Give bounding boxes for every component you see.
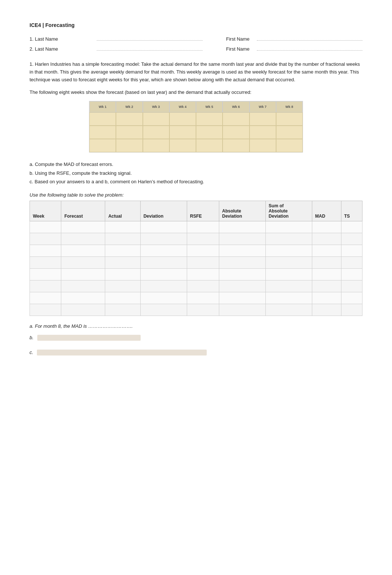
name-row-1: 1. Last Name First Name — [30, 35, 362, 42]
cell-mad-2[interactable] — [312, 233, 341, 245]
cell-week-2[interactable] — [30, 233, 61, 245]
cell-week-3[interactable] — [30, 245, 61, 256]
name-row-2: 2. Last Name First Name — [30, 45, 362, 52]
cell-deviation-7[interactable] — [140, 292, 187, 304]
col-ts: TS — [341, 201, 362, 221]
cell-abs-dev-2[interactable] — [219, 233, 265, 245]
cell-abs-dev-8[interactable] — [219, 304, 265, 316]
cell-deviation-8[interactable] — [140, 304, 187, 316]
cell-actual-1[interactable] — [105, 221, 140, 233]
cell-sum-abs-dev-8[interactable] — [265, 304, 312, 316]
cell-rsfe-3[interactable] — [187, 245, 219, 256]
cell-mad-4[interactable] — [312, 256, 341, 268]
cell-ts-3[interactable] — [341, 245, 362, 256]
cell-mad-6[interactable] — [312, 280, 341, 292]
cell-forecast-3[interactable] — [61, 245, 105, 256]
cell-week-1[interactable] — [30, 221, 61, 233]
cell-forecast-2[interactable] — [61, 233, 105, 245]
cell-rsfe-2[interactable] — [187, 233, 219, 245]
cell-ts-1[interactable] — [341, 221, 362, 233]
cell-ts-4[interactable] — [341, 256, 362, 268]
cell-actual-5[interactable] — [105, 268, 140, 280]
cell-deviation-4[interactable] — [140, 256, 187, 268]
cell-rsfe-7[interactable] — [187, 292, 219, 304]
cell-deviation-6[interactable] — [140, 280, 187, 292]
cell-abs-dev-1[interactable] — [219, 221, 265, 233]
first-name-label-2: First Name — [226, 46, 256, 52]
cell-ts-6[interactable] — [341, 280, 362, 292]
answer-c-section: c. — [30, 347, 362, 358]
cell-sum-abs-dev-2[interactable] — [265, 233, 312, 245]
cell-sum-abs-dev-4[interactable] — [265, 256, 312, 268]
answer-a-line: a. For month 8, the MAD is ………………………. — [30, 323, 362, 329]
cell-sum-abs-dev-5[interactable] — [265, 268, 312, 280]
cell-rsfe-5[interactable] — [187, 268, 219, 280]
cell-r3c6 — [223, 139, 249, 152]
cell-r2c3 — [143, 126, 169, 139]
cell-sum-abs-dev-7[interactable] — [265, 292, 312, 304]
cell-abs-dev-4[interactable] — [219, 256, 265, 268]
cell-ts-7[interactable] — [341, 292, 362, 304]
table-header-row: Week Forecast Actual Deviation RSFE Abso… — [30, 201, 362, 221]
cell-deviation-3[interactable] — [140, 245, 187, 256]
cell-deviation-5[interactable] — [140, 268, 187, 280]
col-actual: Actual — [105, 201, 140, 221]
cell-week-6[interactable] — [30, 280, 61, 292]
cell-sum-abs-dev-3[interactable] — [265, 245, 312, 256]
col-deviation: Deviation — [140, 201, 187, 221]
cell-forecast-1[interactable] — [61, 221, 105, 233]
cell-forecast-5[interactable] — [61, 268, 105, 280]
cell-actual-4[interactable] — [105, 256, 140, 268]
cell-abs-dev-6[interactable] — [219, 280, 265, 292]
cell-sum-abs-dev-1[interactable] — [265, 221, 312, 233]
cell-abs-dev-5[interactable] — [219, 268, 265, 280]
cell-week-7[interactable] — [30, 292, 61, 304]
cell-mad-1[interactable] — [312, 221, 341, 233]
answer-section: a. For month 8, the MAD is ………………………. b.… — [30, 323, 362, 358]
questions-section: a. Compute the MAD of forecast errors. b… — [30, 160, 362, 186]
cell-mad-5[interactable] — [312, 268, 341, 280]
cell-forecast-8[interactable] — [61, 304, 105, 316]
cell-rsfe-1[interactable] — [187, 221, 219, 233]
cell-deviation-1[interactable] — [140, 221, 187, 233]
question-b: b. Using the RSFE, compute the tracking … — [30, 169, 362, 177]
cell-rsfe-6[interactable] — [187, 280, 219, 292]
cell-r3c7 — [250, 139, 276, 152]
cell-mad-7[interactable] — [312, 292, 341, 304]
cell-r1c8 — [276, 112, 303, 126]
cell-ts-5[interactable] — [341, 268, 362, 280]
col-sum-absolute-deviation: Sum ofAbsoluteDeviation — [265, 201, 312, 221]
table-body — [30, 221, 362, 316]
first-name-label-1: First Name — [226, 36, 256, 42]
cell-actual-8[interactable] — [105, 304, 140, 316]
cell-forecast-6[interactable] — [61, 280, 105, 292]
answer-b-blurred — [37, 335, 141, 341]
cell-deviation-2[interactable] — [140, 233, 187, 245]
cell-sum-abs-dev-6[interactable] — [265, 280, 312, 292]
cell-week-5[interactable] — [30, 268, 61, 280]
forecast-table: Week Forecast Actual Deviation RSFE Abso… — [30, 201, 362, 316]
cell-forecast-4[interactable] — [61, 256, 105, 268]
chart-header-wk7: Wk 7 — [250, 101, 276, 112]
cell-abs-dev-7[interactable] — [219, 292, 265, 304]
chart-visual: Wk 1 Wk 2 Wk 3 Wk 4 Wk 5 Wk 6 Wk 7 Wk 8 — [89, 101, 303, 153]
cell-actual-2[interactable] — [105, 233, 140, 245]
cell-actual-7[interactable] — [105, 292, 140, 304]
cell-rsfe-4[interactable] — [187, 256, 219, 268]
chart-data-row-2 — [89, 126, 303, 139]
cell-mad-3[interactable] — [312, 245, 341, 256]
cell-mad-8[interactable] — [312, 304, 341, 316]
cell-rsfe-8[interactable] — [187, 304, 219, 316]
cell-forecast-7[interactable] — [61, 292, 105, 304]
page-title: ICE4 | Forecasting — [30, 22, 362, 28]
answer-b-section: b. — [30, 332, 362, 344]
cell-r2c1 — [89, 126, 116, 139]
cell-week-8[interactable] — [30, 304, 61, 316]
chart-data-row-1 — [89, 112, 303, 126]
cell-ts-2[interactable] — [341, 233, 362, 245]
cell-actual-6[interactable] — [105, 280, 140, 292]
cell-week-4[interactable] — [30, 256, 61, 268]
cell-ts-8[interactable] — [341, 304, 362, 316]
cell-abs-dev-3[interactable] — [219, 245, 265, 256]
cell-actual-3[interactable] — [105, 245, 140, 256]
